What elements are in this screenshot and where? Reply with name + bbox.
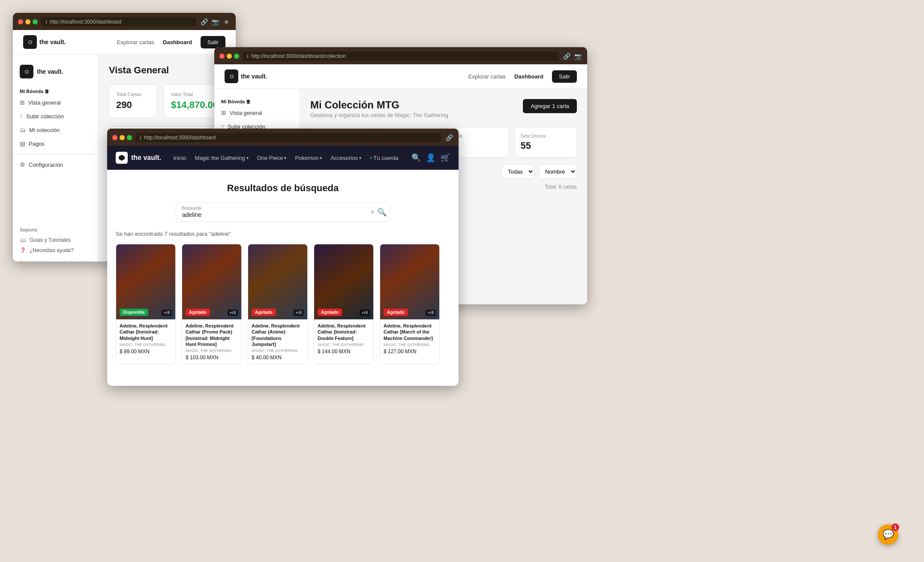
collection-dashboard-link[interactable]: Dashboard [514, 73, 543, 80]
result-card-price-5: $ 127.00 MXN [384, 349, 436, 355]
status-badge-2: Agotado [186, 309, 210, 316]
search-icon[interactable]: 🔍 [411, 153, 421, 162]
minimize-dot[interactable] [25, 19, 30, 24]
book-icon: 📖 [20, 237, 26, 243]
onepiece-dropdown-arrow: ▾ [284, 156, 286, 160]
collection-url-text: http://localhost:3000/dashboard/collecti… [251, 53, 346, 59]
total-cards-stat: Total Cartas 290 [109, 84, 157, 118]
collection-grid-icon: ⊞ [221, 109, 226, 116]
store-url-bar[interactable]: ℹ http://localhost:3000/dashboard [135, 133, 441, 142]
result-card-price-1: $ 89.00 MXN [120, 349, 172, 355]
search-result-card-1[interactable]: Disponible +/4 Adeline, Resplendent Cath… [116, 244, 176, 364]
collection-sidebar-overview[interactable]: ⊞ Vista general [214, 106, 300, 120]
close-dot[interactable] [18, 19, 23, 24]
collection-close-dot[interactable] [219, 54, 225, 59]
maximize-dot[interactable] [33, 19, 38, 24]
collection-explore-link[interactable]: Explorar cartas [468, 73, 506, 80]
result-card-img-5: Agotado +/4 [380, 244, 439, 319]
url-bar[interactable]: ℹ http://localhost:3000/dashboard [41, 17, 196, 27]
store-nav-account[interactable]: ● Tú cuenta [366, 152, 402, 164]
dashboard-link[interactable]: Dashboard [163, 39, 192, 45]
trash-icon: 🗑 [45, 89, 49, 94]
result-card-name-4: Adeline, Resplendent Cathar [Innistrad: … [318, 323, 370, 341]
result-card-img-2: Agotado +/4 [182, 244, 241, 319]
total-cards-value: 290 [116, 99, 150, 111]
collection-subtitle: Gestiona y organiza tus cartas de Magic:… [310, 112, 448, 118]
collection-browser-dots [219, 54, 239, 59]
screenshot-icon[interactable]: 📷 [211, 18, 219, 26]
sidebar-logo-text: the vault. [37, 68, 63, 75]
sidebar-item-settings[interactable]: ⚙ Configuración [13, 158, 98, 171]
sidebar-logo: ⬡ the vault. [13, 61, 98, 85]
sort-select[interactable]: Nombre [539, 165, 577, 179]
result-card-name-5: Adeline, Resplendent Cathar [March of th… [384, 323, 436, 341]
collection-url-bar[interactable]: ℹ http://localhost:3000/dashboard/collec… [243, 51, 559, 61]
help-label: ¿Necesitas ayuda? [30, 247, 74, 253]
store-nav-pokemon-label: Pokemon [295, 155, 318, 161]
collection-trash-icon: 🗑 [246, 99, 251, 104]
collection-maximize-dot[interactable] [234, 54, 239, 59]
collection-icon: 🗂 [20, 126, 26, 133]
chat-icon: 💬 [882, 529, 894, 540]
sidebar-item-payments[interactable]: ▤ Pagos [13, 137, 98, 150]
mtg-dropdown-arrow: ▾ [246, 156, 249, 160]
store-maximize-dot[interactable] [127, 135, 132, 140]
help-icon: ❓ [20, 247, 26, 253]
search-submit-button[interactable]: 🔍 [377, 207, 387, 217]
collection-nav: ⬡ the vault. Explorar cartas Dashboard S… [214, 64, 587, 89]
dashboard-sidebar: ⬡ the vault. Mi Bóveda 🗑 ⊞ Vista general… [13, 54, 99, 261]
sidebar-item-guides[interactable]: 📖 Guias y Tutoriales [20, 235, 91, 245]
result-card-info-4: Adeline, Resplendent Cathar [Innistrad: … [314, 319, 373, 358]
sidebar-tagline: De los jugadores, para los jugadores. At… [20, 260, 91, 261]
store-nav-onepiece[interactable]: One Piece ▾ [254, 152, 290, 164]
col-unique-sets: Sets Únicos 55 [514, 127, 577, 158]
collection-logout-button[interactable]: Salir [552, 70, 577, 83]
explore-link[interactable]: Explorar cartas [117, 39, 154, 45]
search-clear-button[interactable]: × [371, 208, 375, 216]
filter-select[interactable]: Todas [501, 165, 534, 179]
search-result-card-3[interactable]: Agotado +/4 Adeline, Resplendent Cathar … [248, 244, 308, 364]
quantity-badge-4: +/4 [360, 310, 370, 316]
store-nav-onepiece-label: One Piece [257, 155, 283, 161]
sidebar-item-help[interactable]: ❓ ¿Necesitas ayuda? [20, 245, 91, 255]
store-nav-accessories[interactable]: Accesorios ▾ [327, 152, 365, 164]
store-nav-pokemon[interactable]: Pokemon ▾ [291, 152, 325, 164]
store-browser-window: ℹ http://localhost:3000/dashboard 🔗 the … [107, 129, 459, 386]
store-nav: the vault. Inicio Magic the Gathering ▾ … [107, 146, 459, 170]
search-result-card-2[interactable]: Agotado +/4 Adeline, Resplendent Cathar … [182, 244, 242, 364]
chat-bubble[interactable]: 💬 1 [878, 524, 898, 545]
search-input[interactable] [176, 202, 390, 222]
sidebar-item-upload[interactable]: ↑ Subir colección [13, 109, 98, 123]
collection-minimize-dot[interactable] [227, 54, 232, 59]
dashboard-nav: ⬡ the vault. Explorar cartas Dashboard S… [13, 30, 236, 54]
result-card-img-4: Agotado +/4 [314, 244, 373, 319]
store-url-text: http://localhost:3000/dashboard [144, 135, 216, 141]
star-icon[interactable]: ★ [222, 18, 231, 26]
store-browser-actions: 🔗 [445, 133, 453, 142]
sidebar-item-collection[interactable]: 🗂 Mi colección [13, 123, 98, 137]
add-card-button[interactable]: Agregar 1 carta [523, 99, 577, 113]
store-close-dot[interactable] [112, 135, 117, 140]
user-icon[interactable]: 👤 [426, 153, 435, 162]
search-result-card-5[interactable]: Agotado +/4 Adeline, Resplendent Cathar … [380, 244, 440, 364]
store-nav-icons: 🔍 👤 🛒 [411, 153, 450, 162]
result-card-price-4: $ 144.00 MXN [318, 349, 370, 355]
store-minimize-dot[interactable] [120, 135, 125, 140]
status-badge-4: Agotado [318, 309, 342, 316]
collection-share-icon[interactable]: 🔗 [562, 52, 571, 60]
cart-icon[interactable]: 🛒 [441, 153, 450, 162]
collection-info-icon: ℹ [247, 54, 249, 59]
collection-screenshot-icon[interactable]: 📷 [573, 52, 582, 60]
store-share-icon[interactable]: 🔗 [445, 133, 453, 142]
share-icon[interactable]: 🔗 [200, 18, 208, 26]
search-result-card-4[interactable]: Agotado +/4 Adeline, Resplendent Cathar … [314, 244, 374, 364]
store-nav-home[interactable]: Inicio [170, 152, 189, 164]
sidebar-item-overview[interactable]: ⊞ Vista general [13, 96, 98, 109]
info-icon: ℹ [45, 19, 47, 25]
store-nav-mtg[interactable]: Magic the Gathering ▾ [192, 152, 252, 164]
result-card-price-2: $ 103.00 MXN [186, 355, 238, 361]
sidebar-divider [13, 154, 98, 154]
store-logo: the vault. [116, 152, 161, 164]
result-card-set-2: MAGIC: THE GATHERING [186, 349, 238, 353]
logout-button[interactable]: Salir [201, 36, 225, 48]
